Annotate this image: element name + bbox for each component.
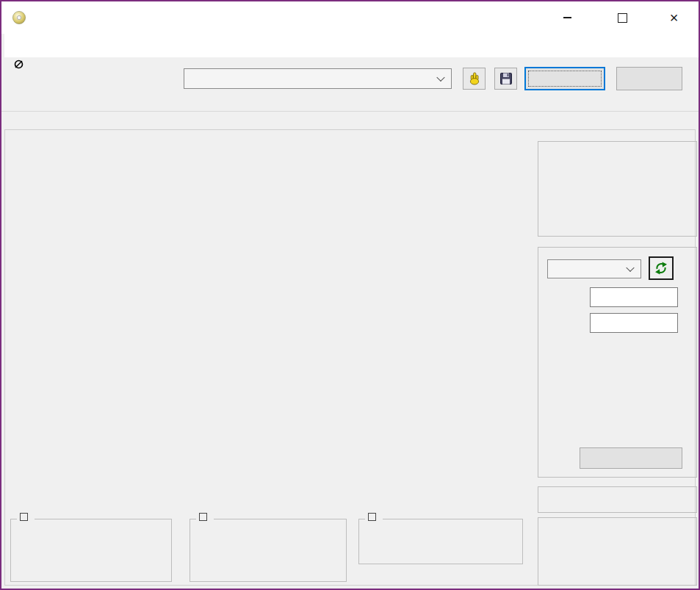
focus-rect bbox=[528, 71, 602, 87]
titlebar: × bbox=[1, 1, 699, 34]
maximize-button[interactable] bbox=[606, 1, 639, 34]
start-position-input[interactable] bbox=[590, 287, 678, 307]
minimize-button[interactable] bbox=[551, 1, 584, 34]
pi-errors-legend-swatch bbox=[20, 513, 28, 521]
start-button[interactable] bbox=[524, 67, 605, 90]
progress-group bbox=[538, 517, 697, 586]
pi-failures-chart bbox=[40, 334, 514, 489]
close-icon: × bbox=[670, 10, 679, 25]
save-button[interactable] bbox=[494, 68, 517, 90]
app-window: × bbox=[0, 0, 700, 590]
end-position-input[interactable] bbox=[590, 313, 678, 333]
pi-failures-group bbox=[190, 519, 347, 582]
eject-button[interactable] bbox=[463, 68, 486, 90]
po-failures-row bbox=[366, 567, 517, 580]
pi-errors-chart bbox=[40, 148, 514, 306]
minimize-icon bbox=[563, 17, 571, 18]
refresh-icon bbox=[654, 261, 668, 276]
chevron-down-icon bbox=[436, 73, 444, 82]
disc-info-group bbox=[538, 141, 697, 237]
pi-failures-legend-swatch bbox=[199, 513, 207, 521]
quality-score-row bbox=[547, 494, 688, 507]
save-icon bbox=[499, 72, 513, 85]
eject-hand-icon bbox=[467, 71, 482, 86]
logo-disc-icon bbox=[14, 60, 24, 69]
nero-logo bbox=[13, 60, 131, 69]
toolbar bbox=[1, 57, 699, 112]
pi-errors-group bbox=[10, 519, 172, 582]
close-button[interactable]: × bbox=[657, 1, 690, 34]
settings-group bbox=[538, 247, 697, 478]
quality-score-group bbox=[538, 486, 697, 513]
maximize-icon bbox=[618, 13, 627, 23]
scan-speed-select[interactable] bbox=[547, 259, 641, 278]
refresh-disc-button[interactable] bbox=[649, 256, 674, 280]
menu-bar bbox=[4, 34, 699, 57]
app-disc-icon bbox=[12, 10, 26, 25]
advanced-button[interactable] bbox=[580, 447, 682, 469]
jitter-group bbox=[358, 519, 523, 564]
drive-select[interactable] bbox=[184, 68, 452, 89]
chevron-down-icon bbox=[626, 264, 634, 272]
jitter-legend-swatch bbox=[368, 513, 376, 521]
exit-button[interactable] bbox=[616, 67, 682, 90]
